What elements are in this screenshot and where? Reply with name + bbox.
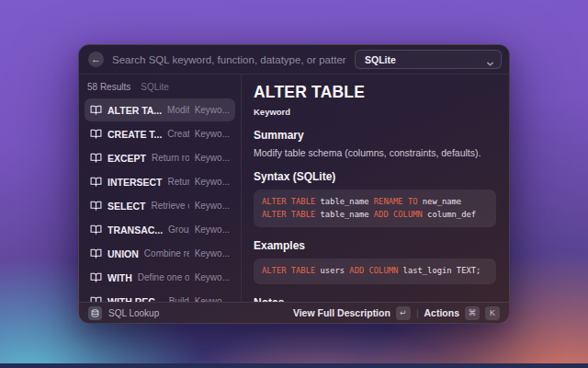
book-open-icon — [90, 200, 102, 212]
main-content: 58 Results SQLite ALTER TA...Modify ta..… — [79, 75, 509, 302]
status-actions: View Full Description ↵ | Actions ⌘ K — [293, 306, 500, 320]
examples-section: Examples ALTER TABLE users ADD COLUMN la… — [254, 239, 496, 284]
results-header: 58 Results SQLite — [85, 80, 235, 98]
dialect-dropdown[interactable]: SQLite — [355, 50, 502, 69]
result-type: Keywo... — [195, 129, 230, 139]
summary-heading: Summary — [254, 129, 496, 142]
sql-lookup-window: ← SQLite 58 Results SQLite ALTER T — [78, 44, 510, 324]
command-key-badge: ⌘ — [465, 306, 480, 320]
result-type: Keywo... — [195, 272, 230, 282]
app-badge — [88, 306, 102, 320]
summary-section: Summary Modify table schema (columns, co… — [254, 129, 496, 158]
database-icon — [91, 309, 99, 317]
screen-edge-strip — [0, 363, 588, 368]
results-pane: 58 Results SQLite ALTER TA...Modify ta..… — [79, 75, 242, 302]
result-title: SELECT — [107, 201, 145, 212]
result-row[interactable]: TRANSAC...Group st...Keywo... — [85, 218, 235, 241]
result-title: WITH — [107, 272, 132, 283]
examples-code-block: ALTER TABLE users ADD COLUMN last_login … — [254, 259, 496, 284]
result-row[interactable]: WITH REC...Build rec...Keywo... — [85, 290, 235, 302]
result-title: CREATE T... — [107, 129, 162, 140]
detail-title: ALTER TABLE — [254, 83, 496, 102]
desktop-background: ← SQLite 58 Results SQLite ALTER T — [0, 0, 588, 368]
result-row[interactable]: WITHDefine one or m...Keywo... — [85, 266, 235, 289]
result-type: Keywo... — [195, 105, 230, 115]
book-open-icon — [90, 224, 102, 236]
result-type: Keywo... — [195, 248, 230, 259]
result-subtitle: Modify ta... — [167, 105, 189, 115]
result-title: UNION — [107, 248, 139, 259]
arrow-left-icon: ← — [91, 54, 101, 64]
syntax-heading: Syntax (SQLite) — [254, 170, 496, 183]
back-button[interactable]: ← — [88, 52, 104, 67]
result-row[interactable]: INTERSECTReturn ro...Keywo... — [85, 170, 235, 193]
results-count: 58 Results — [87, 82, 130, 92]
result-title: EXCEPT — [107, 153, 146, 164]
results-scope: SQLite — [141, 82, 169, 92]
syntax-code-block: ALTER TABLE table_name RENAME TO new_nam… — [254, 190, 496, 227]
summary-text: Modify table schema (columns, constraint… — [254, 147, 496, 158]
code-line: ALTER TABLE table_name ADD COLUMN column… — [262, 209, 488, 222]
result-subtitle: Return rows f... — [152, 153, 189, 163]
examples-heading: Examples — [254, 239, 496, 252]
result-type: Keywo... — [195, 153, 230, 163]
code-line: ALTER TABLE users ADD COLUMN last_login … — [262, 265, 488, 278]
result-title: ALTER TA... — [107, 105, 162, 116]
result-type: Keywo... — [195, 177, 230, 187]
book-open-icon — [90, 295, 102, 302]
result-subtitle: Create a... — [167, 129, 188, 139]
result-subtitle: Return ro... — [168, 177, 189, 187]
book-open-icon — [90, 271, 102, 283]
code-line: ALTER TABLE table_name RENAME TO new_nam… — [262, 196, 488, 209]
actions-button[interactable]: Actions — [424, 307, 459, 318]
detail-type-badge: Keyword — [254, 107, 496, 117]
view-full-description-button[interactable]: View Full Description — [293, 307, 390, 318]
book-open-icon — [90, 128, 102, 140]
k-key-badge: K — [485, 306, 500, 320]
detail-pane[interactable]: ALTER TABLE Keyword Summary Modify table… — [242, 75, 509, 302]
result-row[interactable]: ALTER TA...Modify ta...Keywo... — [85, 98, 235, 121]
search-input[interactable] — [112, 54, 346, 65]
return-key-badge: ↵ — [396, 306, 411, 320]
syntax-section: Syntax (SQLite) ALTER TABLE table_name R… — [254, 170, 496, 227]
result-subtitle: Combine resul... — [144, 248, 189, 259]
book-open-icon — [90, 104, 102, 116]
results-list: ALTER TA...Modify ta...Keywo...CREATE T.… — [85, 98, 235, 302]
book-open-icon — [90, 152, 102, 164]
actions-separator: | — [416, 308, 419, 318]
result-subtitle: Group st... — [168, 224, 189, 235]
app-name: SQL Lookup — [108, 308, 159, 318]
book-open-icon — [90, 176, 102, 188]
book-open-icon — [90, 247, 102, 259]
result-subtitle: Retrieve colu... — [151, 201, 188, 211]
result-title: INTERSECT — [107, 177, 163, 188]
result-title: TRANSAC... — [107, 224, 163, 236]
result-subtitle: Define one or m... — [138, 272, 189, 282]
search-bar: ← SQLite — [79, 45, 509, 75]
result-type: Keywo... — [195, 224, 230, 235]
chevron-down-icon — [486, 55, 494, 63]
result-row[interactable]: SELECTRetrieve colu...Keywo... — [85, 194, 235, 217]
result-row[interactable]: UNIONCombine resul...Keywo... — [85, 242, 235, 265]
result-type: Keywo... — [195, 201, 230, 211]
result-row[interactable]: EXCEPTReturn rows f...Keywo... — [85, 146, 235, 169]
status-bar: SQL Lookup View Full Description ↵ | Act… — [79, 302, 509, 323]
result-row[interactable]: CREATE T...Create a...Keywo... — [85, 122, 235, 145]
dialect-dropdown-value: SQLite — [365, 54, 396, 65]
